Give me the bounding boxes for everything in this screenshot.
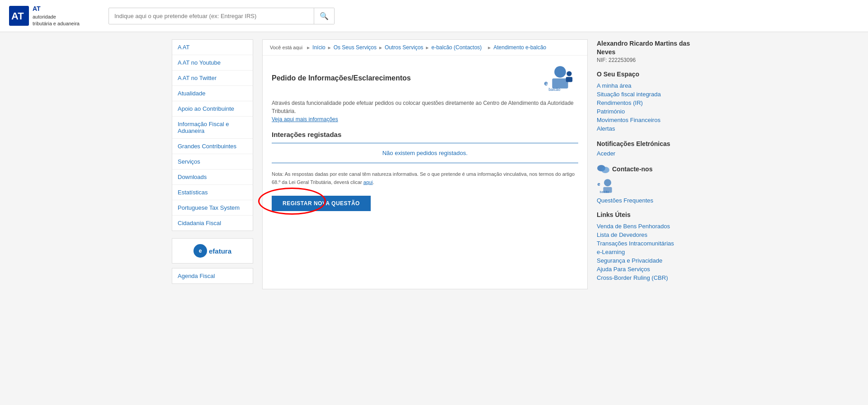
questoes-frequentes-link[interactable]: Questões Frequentes (597, 197, 696, 204)
no-records-msg: Não existem pedidos registados. (272, 143, 578, 163)
link-situacao-fiscal[interactable]: Situação fiscal integrada (597, 90, 696, 99)
sidebar-item-grandes[interactable]: Grandes Contribuintes (172, 139, 253, 154)
svg-point-11 (604, 179, 611, 186)
sidebar-item-cidadania[interactable]: Cidadania Fiscal (172, 216, 253, 231)
svg-point-6 (566, 71, 571, 76)
sidebar-item-portuguese-tax[interactable]: Portuguese Tax System (172, 200, 253, 216)
user-name: Alexandro Ricardo Martins das Neves (597, 39, 696, 56)
svg-text:e: e (544, 80, 548, 87)
main-wrapper: A AT A AT no Youtube A AT no Twitter Atu… (163, 32, 705, 296)
svg-text:AT: AT (11, 10, 24, 22)
efatura-label: efatura (209, 247, 231, 255)
links-uteis-section: Links Úteis Venda de Bens Penhorados Lis… (597, 211, 696, 282)
link-patrimonio[interactable]: Património (597, 107, 696, 116)
chat-icon (597, 164, 609, 174)
search-icon: 🔍 (320, 12, 329, 20)
sidebar-item-downloads[interactable]: Downloads (172, 170, 253, 185)
breadcrumb-outros-servicos[interactable]: Outros Serviços (385, 44, 423, 51)
svg-point-9 (601, 167, 609, 173)
interactions-title: Interações registadas (272, 131, 578, 138)
search-input[interactable] (109, 9, 314, 23)
right-sidebar: Alexandro Ricardo Martins das Neves NIF:… (597, 39, 696, 289)
svg-point-2 (554, 66, 566, 78)
breadcrumb-ebalcao[interactable]: e-balcão (Contactos) (431, 44, 481, 51)
notificacoes-aceder-link[interactable]: Aceder (597, 150, 696, 157)
breadcrumb-sep-4: ► (487, 45, 492, 50)
svg-text:balcão: balcão (599, 189, 609, 193)
page-header-row: Pedido de Informações/Esclarecimentos e … (272, 65, 578, 92)
logo-text: AT autoridade tributária e aduaneira (33, 5, 80, 27)
search-bar: 🔍 (108, 8, 335, 24)
link-venda-bens[interactable]: Venda de Bens Penhorados (597, 222, 696, 231)
agenda-fiscal-link[interactable]: Agenda Fiscal (172, 268, 253, 283)
register-new-question-button[interactable]: REGISTAR NOVA QUESTÃO (272, 196, 371, 211)
ebalcao-small-icon: e balcão (597, 178, 618, 194)
o-seu-espaco-section: O Seu Espaço A minha área Situação fisca… (597, 71, 696, 133)
nota-text: Nota: As respostas dadas por este canal … (272, 170, 578, 186)
link-ajuda-servicos[interactable]: Ajuda Para Serviços (597, 265, 696, 273)
link-cross-border[interactable]: Cross-Border Ruling (CBR) (597, 273, 696, 282)
breadcrumb-sep-2: ► (378, 45, 383, 50)
breadcrumb-inicio[interactable]: Início (312, 44, 326, 51)
sidebar-item-apoio[interactable]: Apoio ao Contribuinte (172, 101, 253, 117)
breadcrumb-seus-servicos[interactable]: Os Seus Serviços (334, 44, 377, 51)
sidebar-item-servicos[interactable]: Serviços (172, 154, 253, 170)
contacte-nos-title: Contacte-nos (597, 164, 696, 174)
svg-rect-7 (566, 77, 572, 82)
breadcrumb-sep-0: ► (306, 45, 311, 50)
sidebar-item-twitter[interactable]: A AT no Twitter (172, 71, 253, 86)
logo-area: AT AT autoridade tributária e aduaneira (9, 5, 99, 27)
ebalcao-logo: e balcão (542, 65, 578, 92)
at-logo-icon: AT (9, 6, 29, 26)
left-sidebar: A AT A AT no Youtube A AT no Twitter Atu… (172, 39, 253, 289)
breadcrumb-sep-1: ► (327, 45, 332, 50)
user-nif: NIF: 222253096 (597, 57, 696, 63)
breadcrumb: Você está aqui ► Início ► Os Seus Serviç… (263, 40, 587, 56)
svg-text:balcão: balcão (548, 87, 560, 92)
notificacoes-section: Notificações Eletrónicas Aceder (597, 140, 696, 157)
efatura-icon: e (193, 244, 207, 258)
sidebar-item-estatisticas[interactable]: Estatísticas (172, 185, 253, 200)
sidebar-item-youtube[interactable]: A AT no Youtube (172, 55, 253, 71)
description-text: Através desta funcionalidade pode efetua… (272, 99, 578, 123)
search-button[interactable]: 🔍 (314, 8, 334, 24)
sidebar-item-atualidade[interactable]: Atualidade (172, 86, 253, 101)
breadcrumb-atendimento[interactable]: Atendimento e-balcão (494, 44, 547, 51)
link-minha-area[interactable]: A minha área (597, 81, 696, 90)
content-inner: Pedido de Informações/Esclarecimentos e … (263, 56, 587, 220)
efatura-logo: e efatura (178, 244, 247, 258)
svg-text:e: e (598, 181, 600, 186)
link-movimentos[interactable]: Movimentos Financeiros (597, 116, 696, 124)
sidebar-item-informacao[interactable]: Informação Fiscal e Aduaneira (172, 117, 253, 139)
link-rendimentos[interactable]: Rendimentos (IR) (597, 99, 696, 107)
page-title: Pedido de Informações/Esclarecimentos (272, 74, 411, 82)
breadcrumb-you-are-here: Você está aqui (270, 45, 302, 50)
see-more-link[interactable]: Veja aqui mais informações (272, 116, 338, 122)
ebalcao-icon: e balcão (542, 65, 578, 92)
agenda-box: Agenda Fiscal (172, 268, 253, 284)
header: AT AT autoridade tributária e aduaneira … (0, 0, 868, 32)
link-transacoes[interactable]: Transações Intracomunitárias (597, 239, 696, 248)
register-btn-wrapper: REGISTAR NOVA QUESTÃO (272, 196, 371, 211)
link-seguranca[interactable]: Segurança e Privacidade (597, 256, 696, 265)
nota-link[interactable]: aqui (363, 179, 373, 185)
user-box: Alexandro Ricardo Martins das Neves NIF:… (597, 39, 696, 63)
sidebar-nav: A AT A AT no Youtube A AT no Twitter Atu… (172, 39, 253, 231)
notificacoes-title: Notificações Eletrónicas (597, 140, 696, 147)
o-seu-espaco-title: O Seu Espaço (597, 71, 696, 78)
efatura-box[interactable]: e efatura (172, 238, 253, 264)
sidebar-item-a-at[interactable]: A AT (172, 40, 253, 55)
contacte-nos-section: Contacte-nos e balcão Questões Frequente… (597, 164, 696, 204)
link-lista-devedores[interactable]: Lista de Devedores (597, 231, 696, 239)
link-alertas[interactable]: Alertas (597, 124, 696, 133)
content-area: Você está aqui ► Início ► Os Seus Serviç… (262, 39, 588, 289)
breadcrumb-sep-3: ► (425, 45, 429, 50)
links-uteis-title: Links Úteis (597, 211, 696, 218)
link-elearning[interactable]: e-Learning (597, 248, 696, 256)
